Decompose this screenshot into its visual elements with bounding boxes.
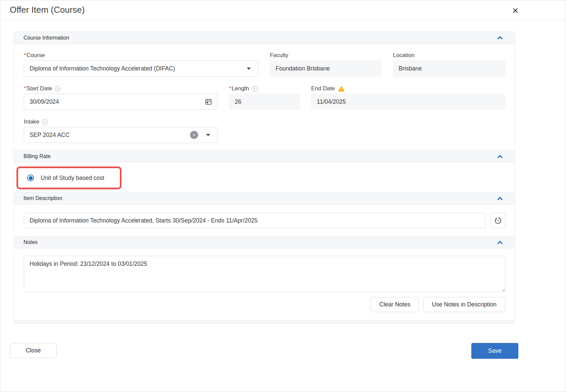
offer-item-dialog: Offer Item (Course) × Course Information… <box>0 0 566 392</box>
notes-textarea[interactable]: Holidays in Period: 23/12/2024 to 03/01/… <box>24 256 505 292</box>
start-date-label-text: Start Date <box>27 85 52 92</box>
dialog-body[interactable]: Course Information *Course <box>14 32 515 324</box>
course-information-content: *Course Faculty Location <box>14 44 515 150</box>
section-title: Item Description <box>23 195 62 201</box>
intake-select-wrap: × <box>24 127 218 143</box>
close-button[interactable]: Close <box>10 343 57 358</box>
use-notes-in-description-button[interactable]: Use Notes in Description <box>423 297 505 312</box>
info-icon: i <box>252 86 257 92</box>
notes-buttons-row: Clear Notes Use Notes in Description <box>24 297 505 312</box>
billing-rate-content: Unit of Study based cost <box>14 162 515 192</box>
intake-select[interactable] <box>24 127 218 143</box>
required-asterisk: * <box>24 85 26 92</box>
length-label: *Length i <box>229 85 300 92</box>
dialog-header: Offer Item (Course) × <box>0 0 566 20</box>
start-date-label: *Start Date i <box>24 85 217 92</box>
notes-content: Holidays in Period: 23/12/2024 to 03/01/… <box>14 248 515 320</box>
form-panel: Course Information *Course <box>14 32 515 324</box>
restore-description-button[interactable] <box>491 213 505 228</box>
intake-field: Intake i × <box>24 118 218 143</box>
intake-label-text: Intake <box>24 118 39 125</box>
dialog-footer: Close Save <box>0 343 566 359</box>
required-asterisk: * <box>229 85 231 92</box>
clear-value-icon[interactable]: × <box>190 131 198 139</box>
intake-row: Intake i × <box>24 118 505 143</box>
length-input <box>229 94 300 110</box>
end-date-label-text: End Date <box>311 85 335 92</box>
course-row: *Course Faculty Location <box>24 52 505 77</box>
faculty-label: Faculty <box>270 52 382 59</box>
start-date-field: *Start Date i <box>24 85 217 110</box>
chevron-up-icon[interactable] <box>498 197 503 202</box>
info-icon: i <box>42 119 48 125</box>
course-select-wrap <box>24 60 258 77</box>
section-header-billing-rate[interactable]: Billing Rate <box>14 150 515 162</box>
chevron-up-icon[interactable] <box>498 155 503 160</box>
radio-label[interactable]: Unit of Study based cost <box>41 175 104 182</box>
location-input <box>393 60 506 77</box>
info-icon: i <box>55 86 60 92</box>
section-header-course-information[interactable]: Course Information <box>14 32 515 44</box>
location-label: Location <box>393 52 506 59</box>
radio-dot <box>29 176 33 180</box>
course-field: *Course <box>24 52 258 77</box>
end-date-field: End Date ! <box>311 85 505 110</box>
faculty-field: Faculty <box>270 52 382 77</box>
chevron-up-icon[interactable] <box>498 241 503 246</box>
section-title: Billing Rate <box>23 153 51 159</box>
start-date-wrap <box>24 94 217 110</box>
course-label-text: Course <box>27 52 45 59</box>
section-title: Billing Amount <box>23 323 57 324</box>
faculty-input <box>270 60 382 77</box>
calendar-icon[interactable] <box>204 98 213 107</box>
end-date-input <box>311 94 505 110</box>
end-date-label: End Date ! <box>311 85 505 92</box>
history-icon <box>494 217 502 225</box>
intake-label: Intake i <box>24 118 218 125</box>
section-header-item-description[interactable]: Item Description <box>14 192 515 204</box>
section-header-notes[interactable]: Notes <box>14 236 515 248</box>
item-description-content <box>14 204 515 236</box>
length-field: *Length i <box>229 85 300 110</box>
section-title: Course Information <box>23 35 69 41</box>
section-header-billing-amount[interactable]: Billing Amount <box>14 320 515 324</box>
dates-row: *Start Date i <box>24 85 505 110</box>
item-description-input[interactable] <box>24 213 485 228</box>
chevron-up-icon[interactable] <box>498 36 503 42</box>
length-label-text: Length <box>232 85 249 92</box>
dialog-title: Offer Item (Course) <box>10 5 85 15</box>
location-field: Location <box>393 52 506 77</box>
course-label: *Course <box>24 52 258 59</box>
course-select[interactable] <box>24 60 258 77</box>
caret-down-icon[interactable] <box>247 67 251 70</box>
clear-notes-button[interactable]: Clear Notes <box>371 297 419 312</box>
section-title: Notes <box>23 239 38 245</box>
caret-down-icon[interactable] <box>206 134 210 136</box>
unit-of-study-radio[interactable] <box>27 175 34 181</box>
start-date-input[interactable] <box>24 94 217 110</box>
close-icon[interactable]: × <box>508 3 523 18</box>
save-button[interactable]: Save <box>471 343 518 359</box>
required-asterisk: * <box>24 52 26 59</box>
warning-icon: ! <box>338 86 345 92</box>
annotation-highlight: Unit of Study based cost <box>16 166 122 189</box>
